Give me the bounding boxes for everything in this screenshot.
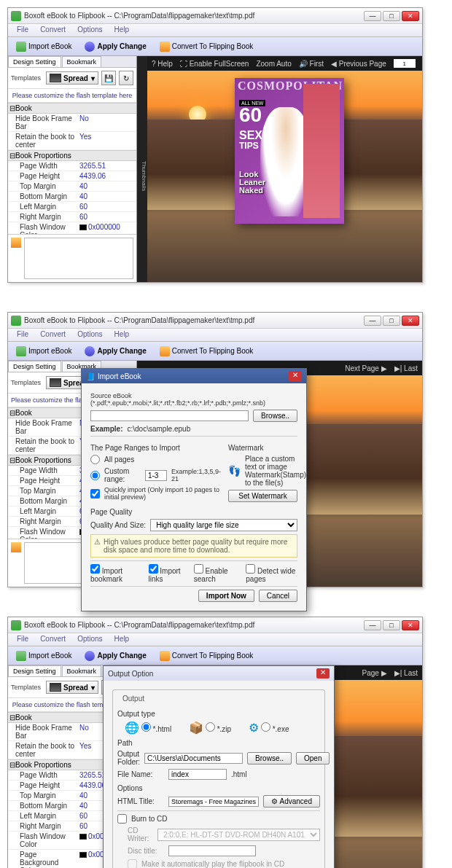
quick-import-checkbox[interactable]	[90, 489, 100, 498]
prop-row[interactable]: Hide Book Frame BarNo	[8, 114, 136, 132]
prop-row[interactable]: Left Margin60	[8, 202, 136, 212]
prop-value[interactable]: No	[78, 114, 136, 131]
html-title-input[interactable]	[168, 797, 259, 807]
apply-change-button[interactable]: Apply Change	[79, 344, 151, 359]
prop-row[interactable]: Page Height4439.06	[8, 171, 136, 181]
magazine-cover[interactable]: COSMOPOLITAN ALL NEW 60 SEX TIPS Look Le…	[235, 78, 344, 224]
fullscreen-button[interactable]: ⛶ Enable FullScreen	[180, 60, 249, 68]
all-pages-radio[interactable]	[90, 455, 100, 464]
prop-value[interactable]: 4439.06	[78, 171, 136, 181]
menu-help[interactable]: Help	[109, 24, 136, 36]
menu-file[interactable]: File	[11, 329, 34, 341]
tab-bookmark[interactable]: Bookmark	[62, 56, 102, 67]
enable-search-checkbox[interactable]	[194, 564, 203, 574]
prop-row[interactable]: Page Width3265.51	[8, 161, 136, 171]
menu-convert[interactable]: Convert	[34, 329, 71, 341]
prop-row[interactable]: Flash Window Color0x000000	[8, 222, 136, 234]
prop-value[interactable]: 60	[78, 202, 136, 211]
prop-category[interactable]: ⊟Book	[8, 103, 136, 114]
html-title-label: HTML Title:	[117, 797, 164, 805]
source-input[interactable]	[90, 410, 249, 421]
import-ebook-button[interactable]: Import eBook	[11, 39, 77, 54]
advanced-button[interactable]: ⚙ Advanced	[263, 795, 320, 808]
prop-value[interactable]: 40	[78, 192, 136, 201]
import-ebook-button[interactable]: Import eBook	[11, 344, 77, 359]
prop-value[interactable]: 3265.51	[78, 161, 136, 171]
prop-category[interactable]: ⊟Book Proportions	[8, 150, 136, 161]
range-input[interactable]	[145, 470, 167, 481]
menu-convert[interactable]: Convert	[34, 633, 71, 646]
convert-button[interactable]: Convert To Flipping Book	[155, 649, 259, 663]
prop-row[interactable]: Top Margin40	[8, 181, 136, 192]
last-page-button[interactable]: ▶| Last	[394, 669, 418, 677]
customize-link[interactable]: Please customize the flash template here	[8, 89, 136, 103]
tab-design-setting[interactable]: Design Setting	[8, 665, 61, 676]
prop-value[interactable]: 40	[78, 181, 136, 191]
prop-value[interactable]: Yes	[78, 132, 136, 149]
browse-button[interactable]: Browse..	[247, 752, 292, 765]
import-bookmark-checkbox[interactable]	[90, 564, 100, 574]
maximize-button[interactable]: □	[383, 11, 400, 21]
zip-radio[interactable]	[206, 722, 215, 732]
maximize-button[interactable]: □	[383, 620, 400, 630]
open-button[interactable]: Open	[296, 752, 330, 765]
next-page-button[interactable]: Page ▶	[362, 669, 387, 677]
custom-range-radio[interactable]	[90, 471, 100, 480]
template-spread-button[interactable]: Spread▾	[46, 71, 98, 85]
convert-button[interactable]: Convert To Flipping Book	[155, 344, 259, 359]
menu-help[interactable]: Help	[109, 633, 136, 646]
prop-row[interactable]: Bottom Margin40	[8, 192, 136, 202]
output-folder-input[interactable]	[144, 753, 243, 764]
menu-file[interactable]: File	[11, 633, 34, 646]
exe-radio[interactable]	[261, 722, 270, 732]
maximize-button[interactable]: □	[383, 316, 400, 326]
menu-options[interactable]: Options	[71, 329, 108, 341]
browse-button[interactable]: Browse..	[253, 410, 297, 422]
tab-design-setting[interactable]: Design Setting	[8, 361, 61, 372]
dialog-close-button[interactable]: ✕	[289, 371, 302, 381]
set-watermark-button[interactable]: Set Watermark	[228, 490, 297, 502]
apply-change-button[interactable]: Apply Change	[79, 39, 151, 54]
template-spread-button[interactable]: Spread▾	[46, 681, 98, 694]
page-input[interactable]	[394, 59, 416, 68]
close-button[interactable]: ✕	[402, 620, 419, 630]
filename-input[interactable]	[168, 769, 227, 780]
minimize-button[interactable]: —	[364, 316, 381, 326]
cancel-button[interactable]: Cancel	[259, 590, 297, 602]
minimize-button[interactable]: —	[364, 11, 381, 21]
next-page-button[interactable]: Next Page ▶	[345, 364, 386, 372]
menu-file[interactable]: File	[11, 24, 34, 36]
thumbnails-bar[interactable]: Thumbnails	[137, 56, 147, 282]
last-page-button[interactable]: ▶| Last	[394, 364, 418, 372]
zoom-button[interactable]: Zoom Auto	[256, 60, 291, 68]
menu-convert[interactable]: Convert	[34, 24, 71, 36]
prop-row[interactable]: Retain the book to centerYes	[8, 132, 136, 150]
quality-select[interactable]: High quality large file size	[150, 519, 297, 531]
close-button[interactable]: ✕	[402, 316, 419, 326]
convert-button[interactable]: Convert To Flipping Book	[155, 39, 259, 54]
refresh-template-button[interactable]: ↻	[119, 71, 133, 85]
import-ebook-button[interactable]: Import eBook	[11, 649, 77, 663]
import-links-checkbox[interactable]	[149, 564, 158, 574]
minimize-button[interactable]: —	[364, 620, 381, 630]
burn-cd-checkbox[interactable]	[117, 814, 127, 824]
menu-options[interactable]: Options	[71, 24, 108, 36]
html-radio[interactable]	[141, 722, 151, 732]
prop-value[interactable]: 60	[78, 212, 136, 222]
save-template-button[interactable]: 💾	[101, 71, 116, 85]
prop-value[interactable]: 0x000000	[78, 222, 136, 234]
titlebar: Boxoft eBook to Flipbook -- C:\ProgramDa…	[8, 617, 422, 633]
dialog-close-button[interactable]: ✕	[316, 668, 330, 679]
tab-bookmark[interactable]: Bookmark	[62, 665, 102, 676]
sound-first-button[interactable]: 🔊 First	[299, 60, 324, 68]
menu-options[interactable]: Options	[71, 633, 108, 646]
menu-help[interactable]: Help	[109, 329, 136, 341]
close-button[interactable]: ✕	[402, 11, 419, 21]
apply-change-button[interactable]: Apply Change	[79, 649, 151, 663]
detect-wide-checkbox[interactable]	[246, 564, 255, 574]
import-now-button[interactable]: Import Now	[198, 590, 254, 602]
prev-page-button[interactable]: ◀ Previous Page	[331, 60, 386, 68]
prop-row[interactable]: Right Margin60	[8, 212, 136, 222]
tab-design-setting[interactable]: Design Setting	[8, 56, 61, 67]
help-button[interactable]: ? Help	[152, 60, 173, 68]
